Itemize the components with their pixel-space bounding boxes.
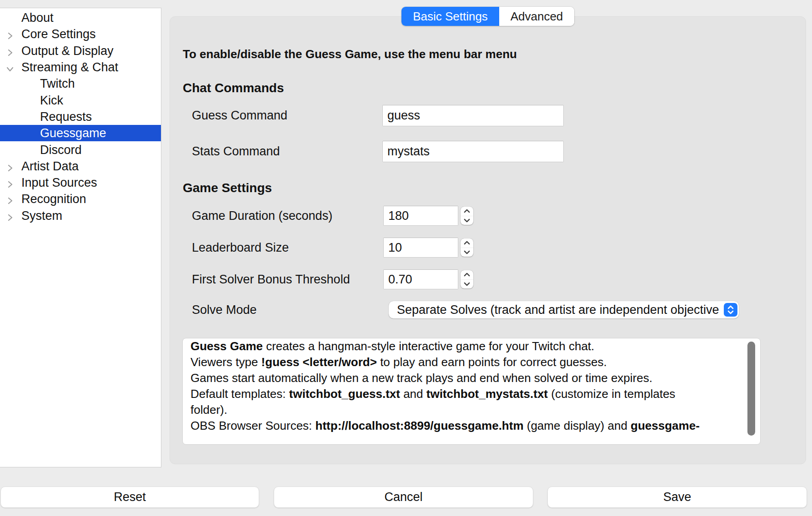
sidebar-item-label: Artist Data bbox=[21, 159, 79, 173]
sidebar-item-recognition[interactable]: Recognition bbox=[0, 191, 161, 207]
stats-command-label: Stats Command bbox=[192, 141, 280, 162]
stepper-down-button[interactable] bbox=[461, 280, 473, 289]
description-line: Guess Game creates a hangman-style inter… bbox=[190, 338, 742, 354]
guess-command-input[interactable] bbox=[382, 105, 564, 126]
stepper-down-button[interactable] bbox=[461, 248, 473, 257]
tab-bar: Basic Settings Advanced bbox=[401, 7, 574, 26]
stepper-down-button[interactable] bbox=[461, 216, 473, 225]
sidebar-item-discord[interactable]: Discord bbox=[0, 141, 161, 158]
sidebar-item-label: Output & Display bbox=[21, 44, 114, 58]
tab-basic-settings[interactable]: Basic Settings bbox=[401, 7, 499, 26]
sidebar-item-label: Streaming & Chat bbox=[21, 60, 118, 74]
chevron-right-icon[interactable] bbox=[5, 30, 15, 39]
leaderboard-size-stepper bbox=[461, 238, 473, 257]
stats-command-input[interactable] bbox=[382, 141, 564, 162]
chevron-right-icon[interactable] bbox=[5, 178, 15, 187]
solve-mode-value: Separate Solves (track and artist are in… bbox=[397, 303, 739, 317]
section-heading-game-settings: Game Settings bbox=[183, 181, 272, 195]
reset-button[interactable]: Reset bbox=[0, 486, 259, 508]
sidebar-item-system[interactable]: System bbox=[0, 208, 161, 224]
game-duration-stepper bbox=[461, 207, 473, 225]
settings-window: AboutCore SettingsOutput & DisplayStream… bbox=[0, 0, 812, 516]
tab-advanced[interactable]: Advanced bbox=[499, 7, 574, 26]
chevron-right-icon[interactable] bbox=[5, 194, 15, 203]
sidebar-item-twitch[interactable]: Twitch bbox=[0, 75, 161, 92]
chevron-down-icon[interactable] bbox=[5, 63, 15, 72]
sidebar-item-label: Recognition bbox=[21, 192, 86, 206]
stepper-up-button[interactable] bbox=[461, 270, 473, 280]
sidebar-item-requests[interactable]: Requests bbox=[0, 109, 161, 125]
chevron-right-icon[interactable] bbox=[5, 211, 15, 220]
sidebar-item-guessgame[interactable]: Guessgame bbox=[0, 125, 161, 141]
sidebar-item-core-settings[interactable]: Core Settings bbox=[0, 26, 161, 42]
popup-chevrons-icon bbox=[724, 303, 737, 317]
sidebar-item-streaming-chat[interactable]: Streaming & Chat bbox=[0, 59, 161, 75]
sidebar-item-output-display[interactable]: Output & Display bbox=[0, 43, 161, 59]
sidebar-item-input-sources[interactable]: Input Sources bbox=[0, 174, 161, 191]
sidebar-item-label: Guessgame bbox=[40, 126, 106, 140]
sidebar-item-label: Requests bbox=[40, 109, 92, 124]
description-line: OBS Browser Sources: http://localhost:88… bbox=[190, 418, 742, 434]
save-button[interactable]: Save bbox=[547, 486, 807, 508]
first-solver-threshold-input[interactable] bbox=[383, 269, 458, 289]
enable-hint-text: To enable/disable the Guess Game, use th… bbox=[183, 47, 517, 61]
sidebar-item-label: System bbox=[21, 208, 62, 223]
sidebar-item-label: About bbox=[21, 11, 54, 25]
sidebar-item-label: Kick bbox=[40, 93, 63, 107]
first-solver-threshold-stepper bbox=[461, 270, 473, 288]
description-box[interactable]: Guess Game creates a hangman-style inter… bbox=[182, 338, 761, 445]
section-heading-chat-commands: Chat Commands bbox=[183, 81, 284, 95]
solve-mode-select[interactable]: Separate Solves (track and artist are in… bbox=[389, 301, 739, 318]
sidebar-item-kick[interactable]: Kick bbox=[0, 92, 161, 108]
sidebar-item-label: Twitch bbox=[40, 77, 75, 91]
first-solver-threshold-label: First Solver Bonus Threshold bbox=[192, 269, 350, 289]
leaderboard-size-label: Leaderboard Size bbox=[192, 238, 289, 258]
stepper-up-button[interactable] bbox=[461, 238, 473, 248]
sidebar-nav: AboutCore SettingsOutput & DisplayStream… bbox=[0, 8, 161, 467]
sidebar-item-about[interactable]: About bbox=[0, 10, 161, 26]
guess-command-label: Guess Command bbox=[192, 105, 287, 126]
sidebar-item-artist-data[interactable]: Artist Data bbox=[0, 158, 161, 174]
chevron-right-icon[interactable] bbox=[5, 162, 15, 171]
game-duration-label: Game Duration (seconds) bbox=[192, 206, 332, 226]
scrollbar-thumb[interactable] bbox=[747, 342, 755, 436]
chevron-right-icon[interactable] bbox=[5, 46, 15, 55]
game-duration-input[interactable] bbox=[383, 206, 458, 226]
description-line: Viewers type !guess <letter/word> to pla… bbox=[190, 354, 742, 370]
leaderboard-size-input[interactable] bbox=[383, 238, 458, 258]
sidebar-item-label: Core Settings bbox=[21, 27, 96, 41]
solve-mode-label: Solve Mode bbox=[192, 301, 257, 318]
cancel-button[interactable]: Cancel bbox=[274, 486, 533, 508]
sidebar-item-label: Input Sources bbox=[21, 176, 97, 190]
stepper-up-button[interactable] bbox=[461, 207, 473, 216]
description-line: Games start automatically when a new tra… bbox=[190, 370, 742, 386]
description-line: folder). bbox=[190, 402, 742, 418]
description-line: Default templates: twitchbot_guess.txt a… bbox=[190, 386, 742, 402]
sidebar-item-label: Discord bbox=[40, 143, 82, 157]
